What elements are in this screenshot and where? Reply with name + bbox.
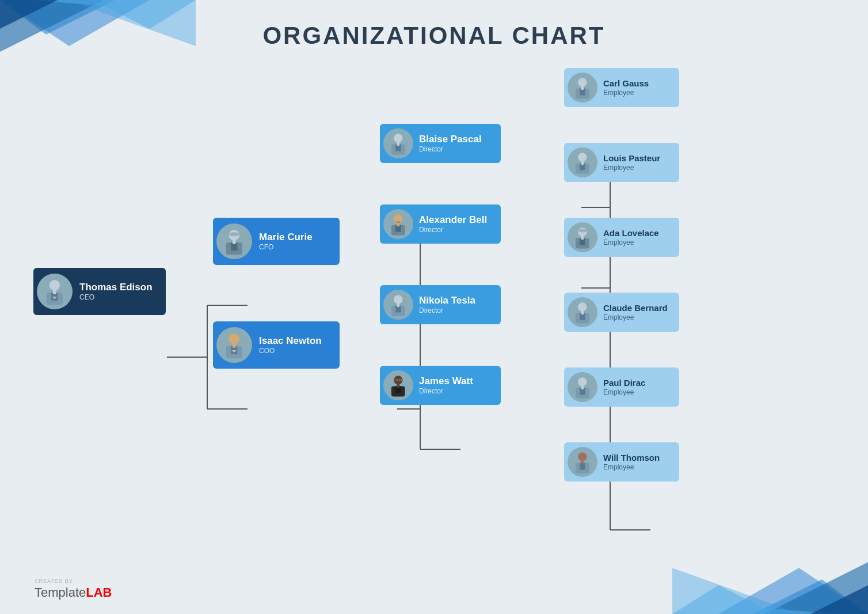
pasteur-title: Employee [603, 164, 660, 172]
pascal-title: Director [419, 145, 482, 153]
tesla-avatar [383, 290, 413, 320]
thomson-avatar [568, 447, 597, 477]
svg-rect-93 [581, 460, 584, 464]
coo-name: Isaac Newton [259, 335, 322, 347]
svg-rect-37 [53, 289, 56, 294]
bell-name: Alexander Bell [419, 214, 487, 226]
ceo-title: CEO [79, 293, 153, 301]
svg-point-34 [50, 280, 60, 290]
svg-rect-57 [397, 222, 400, 223]
dirac-avatar [568, 372, 597, 402]
pascal-name: Blaise Pascal [419, 134, 482, 145]
svg-point-69 [578, 78, 587, 86]
brand-normal: Template [35, 585, 86, 600]
bernard-name: Claude Bernard [603, 303, 668, 313]
svg-rect-89 [581, 385, 584, 389]
cfo-name: Marie Curie [259, 232, 313, 243]
brand-bold: LAB [86, 585, 112, 600]
page-title: ORGANIZATIONAL CHART [0, 22, 868, 50]
svg-point-82 [578, 302, 587, 311]
watermark: CREATED BY TemplateLAB [35, 578, 112, 601]
svg-point-86 [578, 377, 587, 386]
lovelace-avatar [568, 222, 597, 252]
coo-avatar [216, 327, 252, 363]
tesla-title: Director [419, 306, 475, 314]
watt-name: James Watt [419, 376, 473, 387]
gauss-name: Carl Gauss [603, 78, 649, 89]
svg-point-49 [394, 134, 402, 142]
svg-rect-81 [581, 236, 584, 240]
svg-point-44 [229, 333, 239, 344]
svg-point-42 [229, 232, 239, 236]
director-watt-node: James Watt Director [380, 366, 501, 405]
pasteur-name: Louis Pasteur [603, 153, 660, 164]
svg-rect-85 [581, 310, 584, 314]
thomson-title: Employee [603, 463, 660, 471]
watt-title: Director [419, 387, 473, 395]
gauss-title: Employee [603, 89, 649, 97]
gauss-avatar [568, 73, 597, 103]
thomson-name: Will Thomson [603, 453, 660, 463]
cfo-node: Marie Curie CFO [213, 218, 340, 265]
employee-gauss-node: Carl Gauss Employee [564, 68, 679, 107]
svg-rect-56 [397, 222, 400, 226]
employee-dirac-node: Paul Dirac Employee [564, 367, 679, 407]
brand-label: TemplateLAB [35, 585, 112, 601]
cfo-avatar [216, 223, 252, 259]
svg-rect-47 [233, 343, 236, 348]
svg-rect-76 [581, 161, 584, 165]
svg-point-90 [578, 452, 587, 461]
pascal-avatar [383, 128, 413, 158]
svg-point-73 [578, 153, 587, 161]
dirac-name: Paul Dirac [603, 378, 645, 388]
lovelace-title: Employee [603, 238, 659, 247]
bell-title: Director [419, 226, 487, 234]
coo-title: COO [259, 347, 322, 355]
coo-node: Isaac Newton COO [213, 321, 340, 369]
tesla-name: Nikola Tesla [419, 295, 475, 306]
lovelace-name: Ada Lovelace [603, 228, 659, 238]
svg-point-58 [394, 295, 402, 304]
ceo-node: Thomas Edison CEO [33, 268, 166, 315]
svg-rect-72 [581, 86, 584, 90]
svg-point-80 [578, 229, 587, 233]
ceo-name: Thomas Edison [79, 282, 153, 293]
dirac-title: Employee [603, 388, 645, 396]
created-by-label: CREATED BY [35, 578, 112, 585]
svg-rect-43 [233, 239, 236, 244]
director-bell-node: Alexander Bell Director [380, 204, 501, 244]
employee-pasteur-node: Louis Pasteur Employee [564, 143, 679, 182]
pasteur-avatar [568, 147, 597, 177]
bernard-avatar [568, 297, 597, 327]
bell-avatar [383, 209, 413, 239]
svg-rect-61 [397, 303, 400, 307]
employee-thomson-node: Will Thomson Employee [564, 442, 679, 482]
ceo-avatar [37, 274, 73, 309]
svg-rect-65 [397, 384, 400, 388]
bernard-title: Employee [603, 313, 668, 321]
director-pascal-node: Blaise Pascal Director [380, 124, 501, 163]
svg-rect-52 [397, 142, 400, 146]
watt-avatar [383, 370, 413, 400]
employee-bernard-node: Claude Bernard Employee [564, 293, 679, 332]
cfo-title: CFO [259, 243, 313, 251]
employee-lovelace-node: Ada Lovelace Employee [564, 218, 679, 257]
director-tesla-node: Nikola Tesla Director [380, 285, 501, 324]
